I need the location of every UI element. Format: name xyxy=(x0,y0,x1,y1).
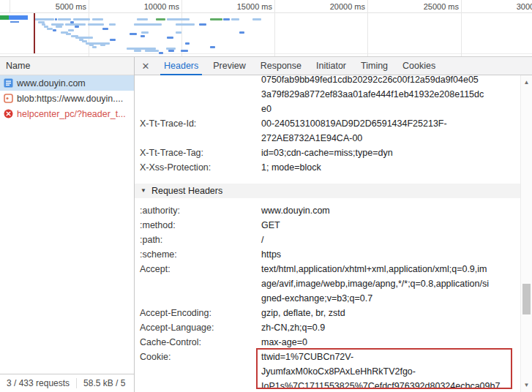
header-value-line: gned-exchange;v=b3;q=0.7 xyxy=(261,291,484,306)
waterfall-request-bar xyxy=(199,23,206,26)
header-value: www.douyin.com xyxy=(261,203,484,218)
waterfall-request-bar xyxy=(58,18,71,20)
header-value-line: text/html,application/xhtml+xml,applicat… xyxy=(261,262,484,276)
waterfall-request-bar xyxy=(239,31,244,34)
request-detail-panel: ✕ HeadersPreviewResponseInitiatorTimingC… xyxy=(135,57,532,392)
waterfall-request-bar xyxy=(159,52,163,54)
timeline-gridline xyxy=(181,0,182,56)
waterfall-request-bar xyxy=(100,44,105,46)
header-row: Accept-Language:zh-CN,zh;q=0.9 xyxy=(135,320,520,335)
timeline-gridline xyxy=(274,0,275,56)
header-key: Accept: xyxy=(140,262,261,306)
header-value-line: 00-240513100819AD9D2D6591434F25213F- xyxy=(261,116,484,131)
tab-headers[interactable]: Headers xyxy=(157,57,206,75)
header-value-line: id=03;cdn-cache=miss;type=dyn xyxy=(261,146,484,160)
header-value: max-age=0 xyxy=(261,335,484,350)
waterfall-request-bar xyxy=(252,18,261,20)
waterfall-request-bar xyxy=(68,29,74,31)
header-key: :scheme: xyxy=(140,247,261,262)
header-key: :method: xyxy=(140,218,261,233)
tab-response[interactable]: Response xyxy=(253,57,309,75)
section-label: Request Headers xyxy=(151,184,222,198)
waterfall-request-bar xyxy=(75,37,93,39)
waterfall-request-bar xyxy=(130,33,137,35)
waterfall-request-bar xyxy=(53,29,56,31)
waterfall-request-bar xyxy=(134,50,141,52)
header-value-line: IoP1s%7C1711553825%7Cefdcf976392d80324ec… xyxy=(261,379,484,392)
header-key: X-Tt-Trace-Id: xyxy=(140,116,261,146)
header-value-line: gzip, deflate, br, zstd xyxy=(261,306,484,320)
request-list-sidebar: Name www.douyin.comblob:https://www.douy… xyxy=(0,57,135,392)
network-overview[interactable]: 5000 ms10000 ms15000 ms20000 ms25000 ms3… xyxy=(0,0,532,57)
header-value: zh-CN,zh;q=0.9 xyxy=(261,320,484,335)
header-value: id=03;cdn-cache=miss;type=dyn xyxy=(261,146,484,160)
header-key: Accept-Language: xyxy=(140,320,261,335)
tab-cookies[interactable]: Cookies xyxy=(395,57,443,75)
waterfall-request-bar xyxy=(73,18,90,20)
request-rows: www.douyin.comblob:https://www.douyin...… xyxy=(0,75,134,121)
header-row: :path:/ xyxy=(135,233,520,247)
waterfall-request-bar xyxy=(167,37,173,39)
header-value-line: age/avif,image/webp,image/apng,*/*;q=0.8… xyxy=(261,276,484,291)
waterfall-request-bar xyxy=(223,18,230,20)
header-row: :scheme:https xyxy=(135,247,520,262)
waterfall-request-bar xyxy=(176,31,181,34)
request-row[interactable]: helpcenter_pc/?header_t... xyxy=(0,106,134,121)
headers-content: 0750fab9bb49fed1cdb20292c26c00f12a59da9f… xyxy=(135,75,520,392)
header-value-line: max-age=0 xyxy=(261,335,484,350)
waterfall-request-bar xyxy=(137,18,148,20)
waterfall-request-bar xyxy=(176,23,195,26)
waterfall-request-bar xyxy=(210,46,215,48)
request-name-label: www.douyin.com xyxy=(17,78,86,88)
timeline-gridline xyxy=(461,0,462,56)
header-value: ttwid=1%7CUBCn72V-JyumfaxM0koCx8PAxLeHhR… xyxy=(261,350,484,392)
header-value: https xyxy=(261,247,484,262)
scrollbar-thumb[interactable] xyxy=(522,284,531,314)
collapse-triangle-icon: ▼ xyxy=(141,184,146,198)
header-value-line: JyumfaxM0koCx8PAxLeHhRkTV2fgo- xyxy=(261,364,484,379)
name-column-label: Name xyxy=(6,61,30,71)
scroll-down-icon[interactable]: ▼ xyxy=(521,380,532,391)
tab-preview[interactable]: Preview xyxy=(206,57,252,75)
load-event-line xyxy=(34,13,35,53)
header-row: Cookie:ttwid=1%7CUBCn72V-JyumfaxM0koCx8P… xyxy=(135,350,520,392)
waterfall-request-bar xyxy=(231,18,239,20)
overview-separator xyxy=(0,12,532,13)
waterfall-request-bar xyxy=(141,31,149,34)
request-name-label: blob:https://www.douyin.... xyxy=(17,94,123,104)
vertical-scrollbar[interactable]: ▲ ▼ xyxy=(520,75,532,392)
header-value: 0750fab9bb49fed1cdb20292c26c00f12a59da9f… xyxy=(261,75,484,116)
header-value-line: 272AE8732A1E94CA-00 xyxy=(261,131,484,146)
tab-initiator[interactable]: Initiator xyxy=(309,57,353,75)
header-value: 1; mode=block xyxy=(261,160,484,175)
header-key: X-Tt-Trace-Tag: xyxy=(140,146,261,160)
header-row: X-Tt-Trace-Tag:id=03;cdn-cache=miss;type… xyxy=(135,146,520,160)
document-icon xyxy=(4,78,13,88)
header-row: :method:GET xyxy=(135,218,520,233)
request-headers-section-header[interactable]: ▼Request Headers xyxy=(135,184,520,198)
media-icon xyxy=(4,94,13,103)
header-value: 00-240513100819AD9D2D6591434F25213F-272A… xyxy=(261,116,484,146)
tab-timing[interactable]: Timing xyxy=(353,57,395,75)
request-name-label: helpcenter_pc/?header_t... xyxy=(17,109,126,119)
waterfall-request-bar xyxy=(110,39,116,41)
header-row: X-Xss-Protection:1; mode=block xyxy=(135,160,520,175)
timeline-tick-label: 5000 ms xyxy=(56,2,86,11)
header-value-line: GET xyxy=(261,218,484,233)
waterfall-request-bar xyxy=(156,18,165,20)
header-row: Accept:text/html,application/xhtml+xml,a… xyxy=(135,262,520,306)
header-row: Accept-Encoding:gzip, deflate, br, zstd xyxy=(135,306,520,320)
header-value-line: ttwid=1%7CUBCn72V- xyxy=(261,350,484,364)
name-column-header[interactable]: Name xyxy=(0,57,134,75)
header-key: Cookie: xyxy=(140,350,261,392)
request-row[interactable]: blob:https://www.douyin.... xyxy=(0,91,134,106)
scroll-up-icon[interactable]: ▲ xyxy=(521,77,532,88)
header-value-line: e0 xyxy=(261,102,484,116)
header-key: X-Xss-Protection: xyxy=(140,160,261,175)
waterfall-request-bar xyxy=(185,42,190,45)
status-bar: 3 / 433 requests 58.5 kB / 5 xyxy=(0,374,134,392)
waterfall-request-bar xyxy=(210,18,222,20)
close-icon[interactable]: ✕ xyxy=(135,61,157,72)
timeline-tick-label: 25000 ms xyxy=(424,2,459,11)
request-row[interactable]: www.douyin.com xyxy=(0,75,134,91)
